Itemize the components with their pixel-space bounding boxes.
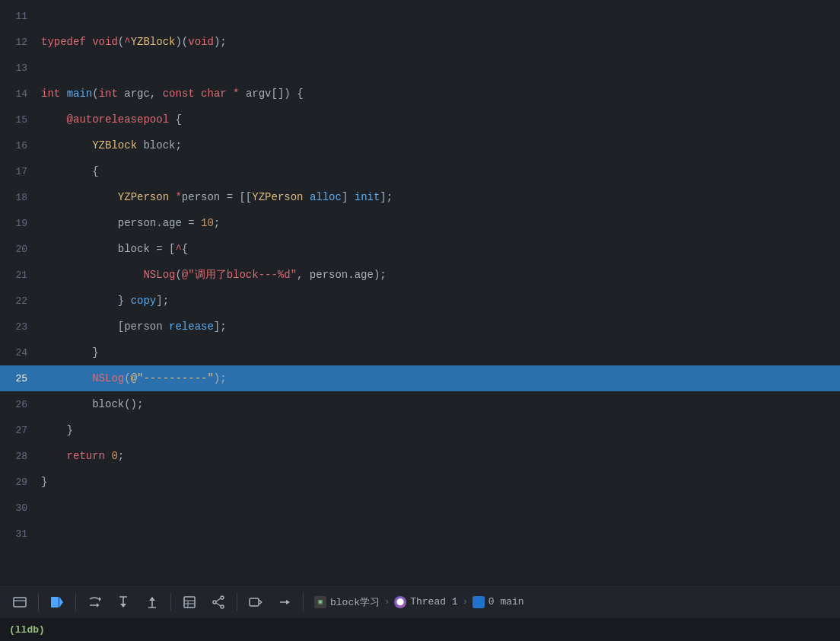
- breadcrumb-app-label: block学习: [330, 595, 380, 609]
- svg-marker-3: [59, 597, 63, 608]
- step-out-button[interactable]: [138, 590, 166, 614]
- breakpoints-button[interactable]: [242, 590, 269, 614]
- code-editor: 11 12 typedef void(^YZBlock)(void); 13 1…: [0, 0, 840, 585]
- code-line-22: 22 } copy];: [0, 288, 840, 314]
- thread-icon: ⬤: [394, 596, 406, 608]
- code-line-23: 23 [person release];: [0, 314, 840, 340]
- separator-3: [170, 593, 171, 611]
- app-icon: ▣: [314, 596, 326, 608]
- status-bar: (lldb): [0, 618, 840, 641]
- breadcrumb-frame-label: 0 main: [488, 596, 524, 608]
- separator-4: [237, 593, 237, 611]
- svg-rect-2: [51, 597, 59, 608]
- separator-5: [303, 593, 304, 611]
- send-console-button[interactable]: [271, 590, 298, 614]
- code-line-31: 31: [0, 521, 840, 547]
- breadcrumb-frame[interactable]: 👤 0 main: [473, 596, 524, 608]
- share-button[interactable]: [205, 590, 232, 614]
- code-line-25: 25 NSLog(@"----------");: [0, 365, 840, 391]
- code-line-20: 20 block = [^{: [0, 236, 840, 262]
- svg-point-18: [221, 596, 224, 599]
- code-line-11: 11: [0, 3, 840, 29]
- code-line-26: 26 block();: [0, 391, 840, 417]
- svg-marker-6: [97, 603, 99, 608]
- svg-rect-22: [250, 598, 259, 606]
- breadcrumb-arrow-1: ›: [384, 597, 390, 608]
- breadcrumb-arrow-2: ›: [463, 597, 468, 608]
- code-line-17: 17 {: [0, 158, 840, 184]
- svg-point-17: [213, 601, 216, 604]
- svg-marker-8: [120, 604, 126, 608]
- code-line-24: 24 }: [0, 340, 840, 365]
- view-frames-button[interactable]: [176, 590, 203, 614]
- svg-line-21: [216, 603, 221, 606]
- svg-point-19: [221, 605, 224, 608]
- separator-1: [38, 593, 39, 611]
- code-line-14: 14 int main(int argc, const char * argv[…: [0, 81, 840, 107]
- separator-2: [75, 593, 76, 611]
- breadcrumb-app[interactable]: ▣ block学习: [314, 595, 380, 609]
- svg-marker-26: [286, 600, 290, 604]
- svg-marker-11: [149, 597, 155, 601]
- lldb-label: (lldb): [9, 624, 45, 636]
- svg-rect-13: [184, 597, 195, 608]
- step-over-button[interactable]: [81, 590, 108, 614]
- code-line-15: 15 @autoreleasepool {: [0, 107, 840, 132]
- code-line-12: 12 typedef void(^YZBlock)(void);: [0, 29, 840, 55]
- svg-line-20: [216, 598, 221, 601]
- code-line-28: 28 return 0;: [0, 443, 840, 469]
- code-line-18: 18 YZPerson *person = [[YZPerson alloc] …: [0, 184, 840, 210]
- panel-toggle-button[interactable]: [6, 590, 33, 614]
- svg-marker-4: [99, 597, 101, 601]
- breadcrumb: ▣ block学习 › ⬤ Thread 1 › 👤 0 main: [314, 595, 524, 609]
- code-line-19: 19 person.age = 10;: [0, 210, 840, 236]
- code-line-13: 13: [0, 55, 840, 81]
- code-line-21: 21 NSLog(@"调用了block---%d", person.age);: [0, 262, 840, 288]
- code-line-16: 16 YZBlock block;: [0, 132, 840, 158]
- debug-toolbar: ▣ block学习 › ⬤ Thread 1 › 👤 0 main: [0, 585, 840, 618]
- code-line-30: 30: [0, 495, 840, 521]
- code-line-27: 27 }: [0, 417, 840, 443]
- breadcrumb-thread-label: Thread 1: [410, 596, 457, 608]
- frame-icon: 👤: [473, 596, 485, 608]
- continue-button[interactable]: [43, 590, 71, 614]
- code-line-29: 29 }: [0, 469, 840, 495]
- svg-rect-0: [14, 598, 26, 607]
- breadcrumb-thread[interactable]: ⬤ Thread 1: [394, 596, 457, 608]
- step-into-button[interactable]: [110, 590, 137, 614]
